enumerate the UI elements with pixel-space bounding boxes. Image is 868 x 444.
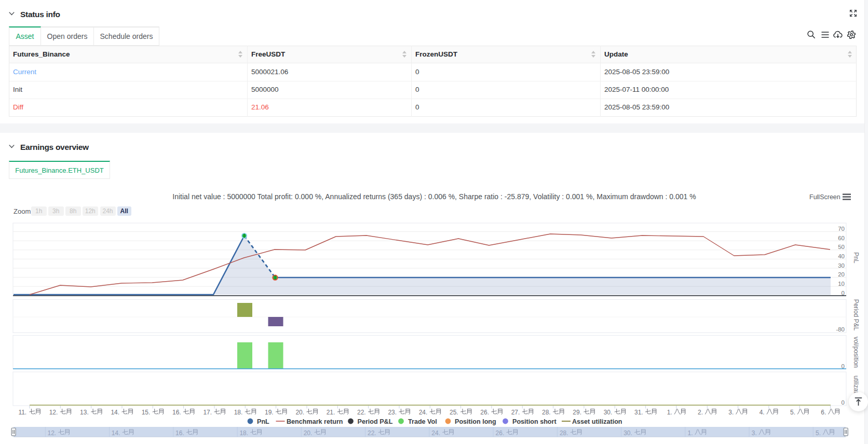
svg-text:18.: 18.	[234, 409, 243, 416]
svg-text:23.: 23.	[388, 409, 397, 416]
svg-text:Period P&L: Period P&L	[358, 418, 393, 425]
svg-text:PnL: PnL	[852, 252, 860, 263]
svg-text:4.: 4.	[760, 409, 765, 416]
svg-text:29.: 29.	[573, 409, 581, 416]
svg-text:70: 70	[838, 226, 845, 232]
svg-text:2.: 2.	[698, 409, 703, 416]
svg-text:30: 30	[838, 262, 845, 269]
svg-text:14.: 14.	[111, 409, 119, 416]
svg-text:22.: 22.	[357, 409, 366, 416]
svg-text:25.: 25.	[450, 409, 458, 416]
svg-text:50: 50	[838, 244, 845, 250]
svg-text:1.: 1.	[688, 429, 693, 437]
svg-text:3.: 3.	[728, 409, 734, 416]
svg-text:28.: 28.	[560, 429, 568, 437]
svg-text:12.: 12.	[48, 429, 57, 437]
svg-text:0: 0	[842, 290, 845, 296]
svg-text:20: 20	[838, 271, 845, 278]
svg-text:30.: 30.	[623, 429, 632, 437]
svg-text:14.: 14.	[112, 429, 120, 437]
svg-text:5.: 5.	[816, 429, 821, 437]
svg-text:Period P&L: Period P&L	[852, 299, 860, 331]
svg-text:22.: 22.	[368, 429, 376, 437]
svg-text:Asset utilization: Asset utilization	[572, 418, 622, 425]
svg-text:PnL: PnL	[257, 418, 269, 425]
svg-text:24.: 24.	[431, 429, 440, 437]
svg-text:0: 0	[842, 363, 845, 369]
svg-text:Trade Vol: Trade Vol	[408, 418, 437, 425]
svg-text:40: 40	[838, 253, 845, 259]
svg-text:13.: 13.	[80, 409, 89, 416]
svg-text:20.: 20.	[295, 409, 304, 416]
svg-text:17.: 17.	[203, 409, 212, 416]
svg-text:Position short: Position short	[512, 418, 557, 425]
svg-text:27.: 27.	[511, 409, 520, 416]
svg-text:16.: 16.	[175, 429, 184, 437]
svg-text:31.: 31.	[634, 409, 643, 416]
svg-text:6.: 6.	[821, 409, 826, 416]
svg-text:26.: 26.	[496, 429, 505, 437]
svg-text:1.: 1.	[667, 409, 672, 416]
svg-text:15.: 15.	[142, 409, 151, 416]
svg-text:Position long: Position long	[455, 418, 496, 425]
svg-text:Benchmark return: Benchmark return	[287, 418, 343, 425]
svg-text:-80: -80	[836, 326, 845, 332]
svg-text:24.: 24.	[419, 409, 428, 416]
svg-text:10: 10	[838, 281, 845, 287]
svg-text:5.: 5.	[790, 409, 795, 416]
svg-text:12.: 12.	[49, 409, 58, 416]
svg-text:26.: 26.	[480, 409, 489, 416]
svg-text:60: 60	[838, 235, 845, 241]
svg-text:0: 0	[842, 399, 845, 406]
svg-text:30.: 30.	[604, 409, 613, 416]
svg-text:11.: 11.	[18, 409, 26, 416]
svg-text:28.: 28.	[542, 409, 551, 416]
svg-text:21.: 21.	[327, 409, 335, 416]
svg-text:18.: 18.	[239, 429, 248, 437]
svg-text:20.: 20.	[304, 429, 313, 437]
svg-text:vol/position: vol/position	[852, 337, 860, 368]
svg-text:19.: 19.	[265, 409, 274, 416]
svg-text:16.: 16.	[172, 409, 181, 416]
svg-text:3.: 3.	[752, 429, 757, 437]
